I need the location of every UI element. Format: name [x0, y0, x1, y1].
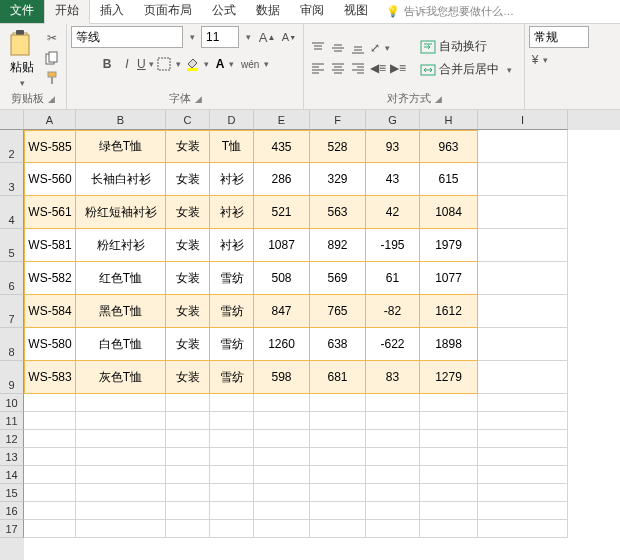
- tab-insert[interactable]: 插入: [90, 0, 134, 23]
- align-center-button[interactable]: [328, 58, 348, 78]
- tab-data[interactable]: 数据: [246, 0, 290, 23]
- cell[interactable]: [76, 412, 166, 430]
- row-header[interactable]: 11: [0, 412, 24, 430]
- tab-review[interactable]: 审阅: [290, 0, 334, 23]
- cell[interactable]: [366, 484, 420, 502]
- row-header[interactable]: 8: [0, 328, 24, 361]
- row-header[interactable]: 5: [0, 229, 24, 262]
- cell[interactable]: 83: [366, 361, 420, 394]
- column-header[interactable]: B: [76, 110, 166, 130]
- cell[interactable]: [254, 520, 310, 538]
- cell[interactable]: [310, 466, 366, 484]
- cell[interactable]: [478, 361, 568, 394]
- column-header[interactable]: F: [310, 110, 366, 130]
- chevron-down-icon[interactable]: ▾: [241, 32, 255, 42]
- tab-file[interactable]: 文件: [0, 0, 44, 23]
- underline-button[interactable]: U▾: [137, 54, 157, 74]
- column-header[interactable]: G: [366, 110, 420, 130]
- cell[interactable]: [24, 430, 76, 448]
- cell[interactable]: [478, 502, 568, 520]
- cell[interactable]: [366, 394, 420, 412]
- cell[interactable]: 雪纺: [210, 328, 254, 361]
- bold-button[interactable]: B: [97, 54, 117, 74]
- align-left-button[interactable]: [308, 58, 328, 78]
- cell[interactable]: -82: [366, 295, 420, 328]
- cell[interactable]: 638: [310, 328, 366, 361]
- border-button[interactable]: ▾: [157, 54, 185, 74]
- cell[interactable]: [366, 520, 420, 538]
- cell[interactable]: -622: [366, 328, 420, 361]
- cell[interactable]: 绿色T恤: [76, 130, 166, 163]
- cell[interactable]: 286: [254, 163, 310, 196]
- cell[interactable]: 女装: [166, 328, 210, 361]
- cell[interactable]: [310, 502, 366, 520]
- row-header[interactable]: 12: [0, 430, 24, 448]
- cell[interactable]: 847: [254, 295, 310, 328]
- cell[interactable]: 615: [420, 163, 478, 196]
- cell[interactable]: 雪纺: [210, 361, 254, 394]
- cell[interactable]: [210, 502, 254, 520]
- cell[interactable]: [420, 394, 478, 412]
- cell[interactable]: [310, 520, 366, 538]
- cell[interactable]: 女装: [166, 130, 210, 163]
- number-format-combo[interactable]: 常规: [529, 26, 589, 48]
- cell[interactable]: [76, 466, 166, 484]
- cell[interactable]: [166, 502, 210, 520]
- tab-home[interactable]: 开始: [44, 0, 90, 24]
- cell[interactable]: 61: [366, 262, 420, 295]
- cell[interactable]: 红色T恤: [76, 262, 166, 295]
- cell[interactable]: [76, 520, 166, 538]
- cell[interactable]: [166, 484, 210, 502]
- cell[interactable]: 43: [366, 163, 420, 196]
- cell[interactable]: 灰色T恤: [76, 361, 166, 394]
- cell[interactable]: 粉红衬衫: [76, 229, 166, 262]
- cell[interactable]: [478, 520, 568, 538]
- cell[interactable]: [210, 484, 254, 502]
- cell[interactable]: 白色T恤: [76, 328, 166, 361]
- column-header[interactable]: C: [166, 110, 210, 130]
- cell[interactable]: [310, 394, 366, 412]
- cell[interactable]: WS-585: [24, 130, 76, 163]
- cell[interactable]: [166, 412, 210, 430]
- cell[interactable]: 雪纺: [210, 262, 254, 295]
- cell[interactable]: [76, 502, 166, 520]
- cell[interactable]: 963: [420, 130, 478, 163]
- cell[interactable]: [254, 430, 310, 448]
- cell[interactable]: [310, 412, 366, 430]
- cell[interactable]: [366, 502, 420, 520]
- cell[interactable]: [24, 484, 76, 502]
- cell[interactable]: [166, 430, 210, 448]
- cell[interactable]: [210, 520, 254, 538]
- cell[interactable]: WS-580: [24, 328, 76, 361]
- cell[interactable]: 93: [366, 130, 420, 163]
- select-all-corner[interactable]: [0, 110, 24, 130]
- cell[interactable]: [310, 430, 366, 448]
- cell[interactable]: 女装: [166, 361, 210, 394]
- cell[interactable]: [420, 520, 478, 538]
- cell[interactable]: [166, 520, 210, 538]
- cell[interactable]: 女装: [166, 295, 210, 328]
- cell[interactable]: [366, 430, 420, 448]
- cell[interactable]: [24, 412, 76, 430]
- cell[interactable]: [478, 295, 568, 328]
- row-header[interactable]: 9: [0, 361, 24, 394]
- grid-body[interactable]: WS-585绿色T恤女装T恤43552893963WS-560长袖白衬衫女装衬衫…: [24, 130, 620, 538]
- italic-button[interactable]: I: [117, 54, 137, 74]
- cell[interactable]: [478, 163, 568, 196]
- cell[interactable]: 女装: [166, 196, 210, 229]
- cell[interactable]: [366, 466, 420, 484]
- cell[interactable]: [478, 412, 568, 430]
- cell[interactable]: [24, 502, 76, 520]
- row-header[interactable]: 10: [0, 394, 24, 412]
- cell[interactable]: WS-582: [24, 262, 76, 295]
- cell[interactable]: 1260: [254, 328, 310, 361]
- wrap-text-button[interactable]: 自动换行: [416, 36, 520, 57]
- cell[interactable]: 1898: [420, 328, 478, 361]
- fill-color-button[interactable]: ▾: [185, 54, 213, 74]
- cell[interactable]: WS-560: [24, 163, 76, 196]
- cell[interactable]: WS-581: [24, 229, 76, 262]
- cell[interactable]: 女装: [166, 163, 210, 196]
- row-header[interactable]: 17: [0, 520, 24, 538]
- orientation-button[interactable]: ⤢▾: [368, 38, 396, 58]
- cell[interactable]: 衬衫: [210, 229, 254, 262]
